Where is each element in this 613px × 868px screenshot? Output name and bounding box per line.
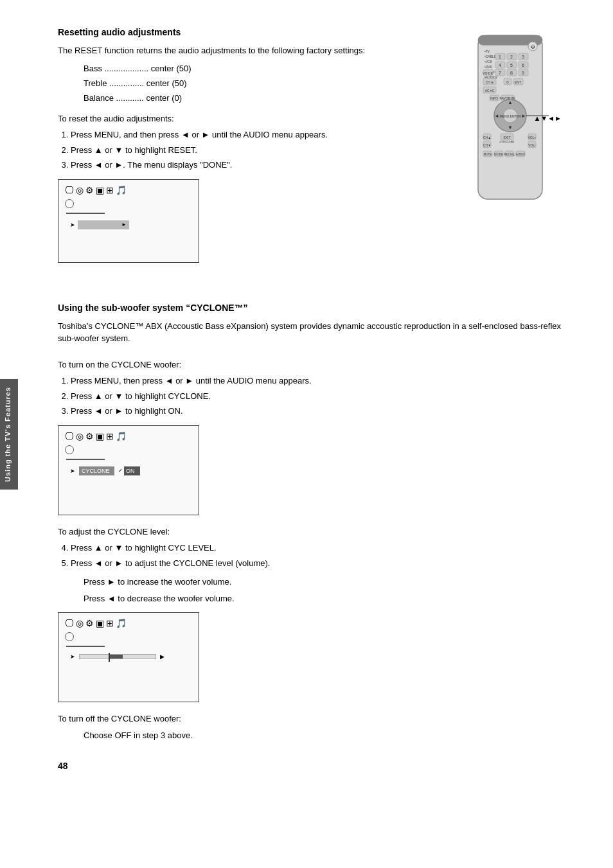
svg-text:RECALL: RECALL	[504, 153, 515, 156]
done-bar: ►	[78, 220, 129, 229]
svg-text:►: ►	[521, 113, 526, 119]
icon-gear2: ⚙	[85, 431, 94, 441]
cyclone-label-bar: CYCLONE	[79, 466, 114, 475]
cyclone-on-indicator: ✓ ON	[118, 466, 140, 475]
svg-text:INFO: INFO	[490, 96, 498, 100]
icon-monitor3: 🖵	[65, 618, 74, 628]
level-bar-fill	[110, 655, 123, 659]
section1-intro: The RESET function returns the audio adj…	[58, 44, 433, 57]
svg-text:4: 4	[499, 63, 501, 67]
reset-menu-diagram: 🖵 ◎ ⚙ ▣ ⊞ 🎵 ➤ ►	[58, 179, 199, 263]
reset-steps: Press MENU, and then press ◄ or ► until …	[71, 128, 433, 172]
svg-text:CH▼: CH▼	[483, 143, 491, 147]
cyclone-step-1: Press MENU, then press ◄ or ► until the …	[71, 375, 574, 387]
svg-text:1: 1	[499, 55, 501, 59]
dpad-arrow-label: ▲▼◄►	[533, 114, 562, 122]
cyclone-step-5: Press ◄ or ► to adjust the CYCLONE level…	[71, 557, 574, 570]
svg-text:ENT: ENT	[515, 80, 521, 84]
steps-on-intro: To turn on the CYCLONE woofer:	[58, 359, 574, 371]
icon-note: 🎵	[116, 185, 127, 195]
cyclone-step-4: Press ▲ or ▼ to highlight CYC LEVEL.	[71, 542, 574, 554]
page-number: 48	[58, 761, 574, 771]
icon-note3: 🎵	[116, 618, 127, 628]
svg-text:AC✕C: AC✕C	[485, 89, 495, 93]
menu-dot	[65, 199, 74, 208]
svg-text:2: 2	[510, 55, 513, 59]
reset-step-1: Press MENU, and then press ◄ or ► until …	[71, 128, 433, 141]
icon-grid3: ⊞	[106, 618, 114, 628]
svg-text:•DVD: •DVD	[484, 65, 493, 69]
icon-grid: ⊞	[106, 185, 114, 195]
svg-text:DVR/CLEAR: DVR/CLEAR	[500, 140, 515, 143]
icon-monitor: 🖵	[65, 185, 74, 195]
icon-gear: ⚙	[85, 185, 94, 195]
press-left-text: Press ◄ to decrease the woofer volume.	[84, 592, 574, 605]
svg-text:⏻: ⏻	[531, 44, 535, 49]
icon-grid2: ⊞	[106, 431, 114, 441]
svg-text:EXIT: EXIT	[503, 136, 510, 139]
remote-illustration: ⏻ •TV •CABLE/SAT •VCR •DVD •AUDIO1 •AUDI…	[446, 26, 574, 282]
svg-text:MENU
ENTER: MENU ENTER	[499, 114, 520, 118]
sidebar-label: Using the TV's Features	[4, 387, 12, 482]
svg-text:VOICE: VOICE	[483, 71, 493, 75]
svg-text:•TV: •TV	[484, 49, 490, 53]
section2-heading: Using the sub-woofer system “CYCLONE™”	[58, 301, 574, 315]
sidebar-tab: Using the TV's Features	[0, 379, 18, 490]
adjust-intro: To adjust the CYCLONE level:	[58, 526, 574, 538]
icon-square1: ▣	[96, 185, 104, 195]
svg-text:CH ⊕: CH ⊕	[486, 80, 494, 84]
cyclone-row: ➤ CYCLONE ✓ ON	[70, 466, 192, 475]
svg-text:5: 5	[510, 63, 513, 67]
factory-settings: Bass ................... center (50) Tre…	[84, 61, 433, 106]
menu-line	[66, 213, 105, 214]
on-label: ON	[124, 466, 140, 475]
turnoff-step: Choose OFF in step 3 above.	[84, 729, 574, 742]
svg-text:CH▲: CH▲	[483, 136, 491, 139]
cyclone-cursor: ➤	[70, 468, 75, 474]
bass-setting: Bass ................... center (50)	[84, 61, 433, 76]
svg-text:3: 3	[522, 55, 524, 59]
cursor-arrow: ➤	[70, 222, 75, 228]
cyclone-on-steps: Press MENU, then press ◄ or ► until the …	[71, 375, 574, 418]
treble-setting: Treble ............... center (50)	[84, 76, 433, 91]
press-right-text: Press ► to increase the woofer volume.	[84, 576, 574, 589]
icon-monitor2: 🖵	[65, 431, 74, 441]
svg-text:VOL-: VOL-	[528, 143, 536, 147]
level-menu-dot	[65, 632, 74, 641]
cyclone-icon-row: 🖵 ◎ ⚙ ▣ ⊞ 🎵	[65, 431, 192, 441]
turnoff-intro: To turn off the CYCLONE woofer:	[58, 713, 574, 725]
menu-icon-row: 🖵 ◎ ⚙ ▣ ⊞ 🎵	[65, 185, 192, 195]
svg-text:MUTE: MUTE	[484, 153, 492, 156]
cyclone-level-menu-diagram: 🖵 ◎ ⚙ ▣ ⊞ 🎵 ➤ ▶	[58, 612, 199, 702]
level-row: ➤ ▶	[70, 653, 192, 660]
check-mark: ✓	[118, 468, 123, 474]
section2-intro: Toshiba’s CYCLONE™ ABX (Accoustic Bass e…	[58, 320, 574, 345]
icon-circle2: ◎	[76, 431, 84, 441]
level-icon-row: 🖵 ◎ ⚙ ▣ ⊞ 🎵	[65, 618, 192, 628]
icon-circle3: ◎	[76, 618, 84, 628]
balance-setting: Balance ............ center (0)	[84, 91, 433, 105]
remote-container: ⏻ •TV •CABLE/SAT •VCR •DVD •AUDIO1 •AUDI…	[465, 32, 555, 208]
svg-text:9: 9	[522, 71, 524, 75]
level-bar	[79, 654, 156, 659]
svg-text:▼: ▼	[508, 125, 513, 130]
steps-intro: To reset the audio adjustments:	[58, 112, 433, 125]
section1-heading: Resetting audio adjustments	[58, 26, 433, 39]
icon-circle1: ◎	[76, 185, 84, 195]
done-row: ➤ ►	[70, 220, 192, 229]
reset-step-2: Press ▲ or ▼ to highlight RESET.	[71, 144, 433, 157]
svg-text:▲: ▲	[508, 100, 513, 105]
svg-text:VOL+: VOL+	[528, 136, 537, 139]
done-arrow-right: ►	[121, 222, 127, 227]
cyclone-menu-line	[66, 459, 105, 460]
level-indicator	[109, 653, 110, 662]
cyclone-on-menu-diagram: 🖵 ◎ ⚙ ▣ ⊞ 🎵 ➤ CYCLONE ✓ ON	[58, 425, 199, 515]
svg-text:6: 6	[522, 63, 524, 67]
icon-gear3: ⚙	[85, 618, 94, 628]
svg-text:◄: ◄	[494, 113, 499, 119]
right-arrow-level: ▶	[160, 653, 164, 660]
svg-text:7: 7	[499, 71, 501, 75]
level-menu-line	[66, 646, 105, 647]
svg-text:GUIDE: GUIDE	[494, 153, 503, 156]
cyclone-step-3: Press ◄ or ► to highlight ON.	[71, 405, 574, 418]
